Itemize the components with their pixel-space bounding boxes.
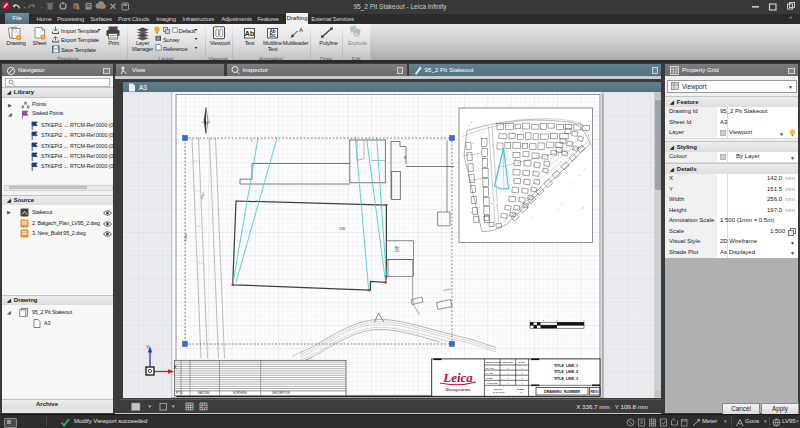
svg-text:SHEET: SHEET bbox=[517, 388, 525, 390]
svg-text:DESCRIPTION: DESCRIPTION bbox=[486, 361, 502, 363]
svg-text:AS SHOWN: AS SHOWN bbox=[492, 391, 505, 393]
svg-text:746: 746 bbox=[339, 225, 346, 230]
svg-text:--: -- bbox=[521, 375, 523, 379]
svg-text:TITLE_LINE_3: TITLE_LINE_3 bbox=[554, 376, 578, 380]
svg-text:201: 201 bbox=[395, 249, 400, 253]
svg-text:N: N bbox=[205, 121, 208, 125]
svg-text:--: -- bbox=[521, 365, 523, 369]
svg-text:--: -- bbox=[521, 370, 523, 374]
svg-text:APPROVED: APPROVED bbox=[486, 382, 499, 384]
svg-text:PLANS: PLANS bbox=[486, 371, 494, 373]
svg-text:--: -- bbox=[507, 370, 509, 374]
svg-text:--: -- bbox=[507, 365, 509, 369]
svg-text:Leica: Leica bbox=[442, 369, 473, 384]
svg-text:--: -- bbox=[507, 375, 509, 379]
svg-text:PT ID: PT ID bbox=[176, 391, 183, 395]
svg-text:CHECK: CHECK bbox=[486, 376, 494, 378]
svg-text:REV#: REV# bbox=[591, 389, 600, 393]
svg-text:--: -- bbox=[507, 381, 509, 385]
svg-text:SCALE: SCALE bbox=[494, 388, 502, 390]
svg-text:Ref: Ref bbox=[395, 245, 399, 249]
svg-text:DRAWN: DRAWN bbox=[486, 366, 495, 368]
svg-text:DRAWING_NUMBER: DRAWING_NUMBER bbox=[544, 389, 580, 393]
svg-text:Bc: Bc bbox=[270, 33, 276, 38]
svg-text:NORTHING: NORTHING bbox=[233, 391, 247, 395]
svg-text:A: A bbox=[299, 27, 303, 33]
svg-text:EASTING: EASTING bbox=[198, 391, 209, 395]
svg-text:--: -- bbox=[521, 381, 523, 385]
svg-text:DETAILS: DETAILS bbox=[503, 361, 513, 363]
svg-text:Ab: Ab bbox=[245, 30, 254, 37]
svg-text:DATE: DATE bbox=[519, 361, 526, 363]
svg-text:Geosystems: Geosystems bbox=[446, 387, 472, 392]
svg-text:TITLE_LINE_2: TITLE_LINE_2 bbox=[554, 370, 578, 374]
svg-text:DESCRIPTION: DESCRIPTION bbox=[272, 391, 290, 395]
svg-text:TITLE_LINE_1: TITLE_LINE_1 bbox=[554, 363, 578, 367]
svg-text:B: B bbox=[404, 155, 406, 159]
